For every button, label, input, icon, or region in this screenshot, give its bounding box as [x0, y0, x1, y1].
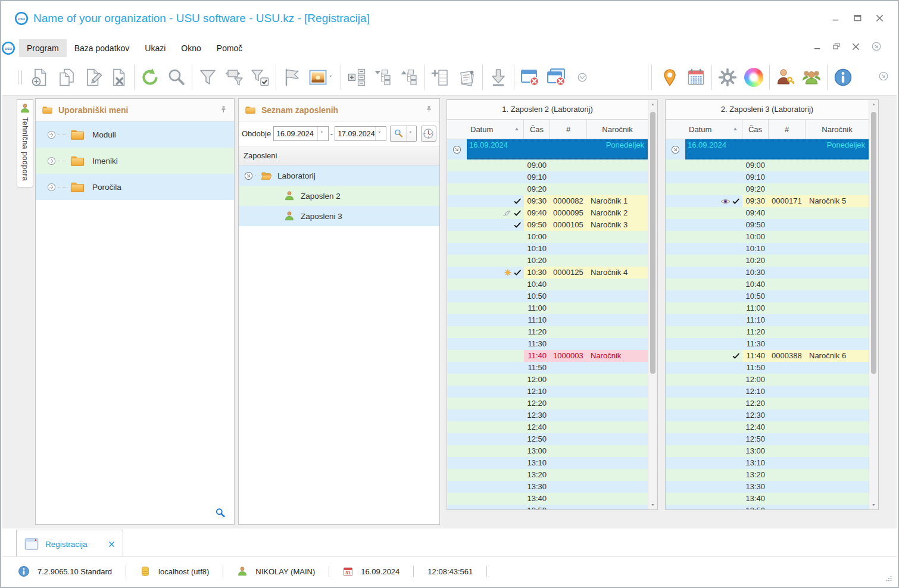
- schedule-row-09:30[interactable]: 09:300000082Naročnik 1: [447, 195, 648, 207]
- schedule-row-13:00[interactable]: 13:00: [447, 445, 648, 457]
- scroll-up-icon[interactable]: [648, 100, 657, 109]
- schedule-row-13:20[interactable]: 13:20: [666, 469, 869, 481]
- delete-document-button[interactable]: [105, 64, 132, 91]
- scroll-down-icon[interactable]: [869, 501, 878, 509]
- refresh-button[interactable]: [137, 64, 163, 91]
- date-to-dropdown-icon[interactable]: [375, 127, 386, 140]
- menu-item-baza-podatkov[interactable]: Baza podatkov: [67, 39, 138, 57]
- panel-search-icon[interactable]: [215, 508, 226, 518]
- schedule-row-10:00[interactable]: 10:00: [666, 231, 869, 243]
- schedule-row-11:20[interactable]: 11:20: [447, 326, 648, 338]
- overflow-small-button[interactable]: [569, 64, 595, 91]
- minimize-icon[interactable]: [831, 13, 841, 23]
- schedule-scrollbar[interactable]: [869, 100, 878, 509]
- notes-button[interactable]: [454, 64, 480, 91]
- schedule-row-10:40[interactable]: 10:40: [447, 279, 648, 290]
- location-button[interactable]: [657, 64, 683, 91]
- toolbar-grip[interactable]: [18, 70, 22, 85]
- schedule-row-09:20[interactable]: 09:20: [666, 183, 869, 195]
- schedule-row-12:00[interactable]: 12:00: [666, 374, 869, 386]
- pin-icon[interactable]: [219, 105, 228, 114]
- schedule-row-11:40[interactable]: 11:400000388Naročnik 6: [666, 350, 869, 362]
- expand-rows-button[interactable]: [344, 64, 370, 91]
- schedule-row-13:20[interactable]: 13:20: [447, 469, 648, 481]
- employee-item-1[interactable]: Zaposlen 2: [239, 186, 439, 206]
- schedule-row-12:40[interactable]: 12:40: [666, 421, 869, 433]
- date-from-dropdown-icon[interactable]: [317, 127, 328, 140]
- schedule-row-12:50[interactable]: 12:50: [666, 433, 869, 445]
- column-header-cas[interactable]: Čas: [742, 120, 769, 139]
- close-window-button[interactable]: [517, 64, 543, 91]
- calendar-button[interactable]: [683, 64, 709, 91]
- image-button[interactable]: [305, 64, 338, 91]
- schedule-row-10:20[interactable]: 10:20: [666, 255, 869, 267]
- employee-item-2[interactable]: Zaposleni 3: [239, 206, 439, 226]
- resize-grip-icon[interactable]: [883, 573, 892, 582]
- schedule-row-11:00[interactable]: 11:00: [666, 302, 869, 314]
- schedule-row-13:50[interactable]: 13:50: [666, 505, 869, 509]
- schedule-row-09:50[interactable]: 09:50: [666, 219, 869, 231]
- user-key-button[interactable]: [772, 64, 798, 91]
- close-all-windows-button[interactable]: [543, 64, 569, 91]
- schedule-row-11:50[interactable]: 11:50: [666, 362, 869, 374]
- schedule-row-13:10[interactable]: 13:10: [447, 457, 648, 469]
- schedule-row-13:50[interactable]: 13:50: [447, 505, 648, 509]
- schedule-row-11:00[interactable]: 11:00: [447, 302, 648, 314]
- expand-tree-button[interactable]: [396, 64, 422, 91]
- collapse-icon[interactable]: [244, 171, 254, 181]
- expand-icon[interactable]: [46, 182, 57, 192]
- schedule-row-09:00[interactable]: 09:00: [666, 159, 869, 171]
- menu-item-ukazi[interactable]: Ukazi: [137, 39, 173, 57]
- schedule-row-10:30[interactable]: 10:300000125Naročnik 4: [447, 267, 648, 279]
- clock-button[interactable]: [421, 126, 436, 142]
- image-dropdown-icon[interactable]: [329, 74, 335, 81]
- expand-icon[interactable]: [46, 156, 57, 166]
- download-button[interactable]: [485, 64, 511, 91]
- copy-document-button[interactable]: [53, 64, 79, 91]
- new-document-button[interactable]: [27, 64, 53, 91]
- schedule-scrollbar[interactable]: [648, 100, 657, 509]
- support-side-tab[interactable]: Tehnična podpora: [17, 99, 33, 187]
- settings-button[interactable]: [714, 64, 741, 91]
- close-icon[interactable]: [875, 13, 885, 23]
- menu-item-program[interactable]: Program: [19, 39, 67, 57]
- schedule-row-12:10[interactable]: 12:10: [447, 386, 648, 398]
- scrollbar-thumb[interactable]: [650, 112, 655, 374]
- schedule-row-11:30[interactable]: 11:30: [447, 338, 648, 350]
- employee-group-laboratorij[interactable]: Laboratorij: [239, 165, 439, 186]
- filter-button[interactable]: [195, 64, 221, 91]
- column-header-narocnik[interactable]: Naročnik: [806, 120, 869, 139]
- schedule-row-11:50[interactable]: 11:50: [447, 362, 648, 374]
- schedule-row-10:50[interactable]: 10:50: [666, 290, 869, 302]
- apply-search-button[interactable]: [390, 126, 407, 142]
- column-header-datum[interactable]: Datum: [689, 125, 711, 134]
- filter-columns-button[interactable]: [221, 64, 247, 91]
- edit-document-button[interactable]: [79, 64, 105, 91]
- schedule-row-11:20[interactable]: 11:20: [666, 326, 869, 338]
- colors-button[interactable]: [741, 64, 767, 91]
- column-header-cas[interactable]: Čas: [524, 120, 550, 139]
- schedule-row-13:30[interactable]: 13:30: [666, 481, 869, 493]
- column-header-num[interactable]: #: [550, 120, 587, 139]
- schedule-row-12:20[interactable]: 12:20: [666, 398, 869, 409]
- date-to-input[interactable]: 17.09.2024: [335, 126, 386, 141]
- schedule-row-13:40[interactable]: 13:40: [666, 493, 869, 505]
- users-button[interactable]: [798, 64, 825, 91]
- schedule-row-12:30[interactable]: 12:30: [447, 409, 648, 421]
- schedule-row-10:10[interactable]: 10:10: [447, 243, 648, 255]
- schedule-row-09:40[interactable]: 09:40: [666, 207, 869, 219]
- user-menu-item-poročila[interactable]: Poročila: [36, 174, 234, 200]
- schedule-row-11:30[interactable]: 11:30: [666, 338, 869, 350]
- date-from-input[interactable]: 16.09.2024: [273, 126, 329, 141]
- info-button[interactable]: [830, 64, 856, 91]
- schedule-row-09:10[interactable]: 09:10: [447, 171, 648, 183]
- schedule-row-13:00[interactable]: 13:00: [666, 445, 869, 457]
- schedule-row-10:10[interactable]: 10:10: [666, 243, 869, 255]
- add-row-button[interactable]: [427, 64, 454, 91]
- schedule-row-10:00[interactable]: 10:00: [447, 231, 648, 243]
- schedule-row-11:40[interactable]: 11:401000003Naročnik: [447, 350, 648, 362]
- scroll-down-icon[interactable]: [648, 501, 657, 509]
- search-button[interactable]: [163, 64, 189, 91]
- date-row[interactable]: 16.09.2024Ponedeljek: [666, 139, 869, 159]
- menu-item-pomoč[interactable]: Pomoč: [209, 39, 251, 57]
